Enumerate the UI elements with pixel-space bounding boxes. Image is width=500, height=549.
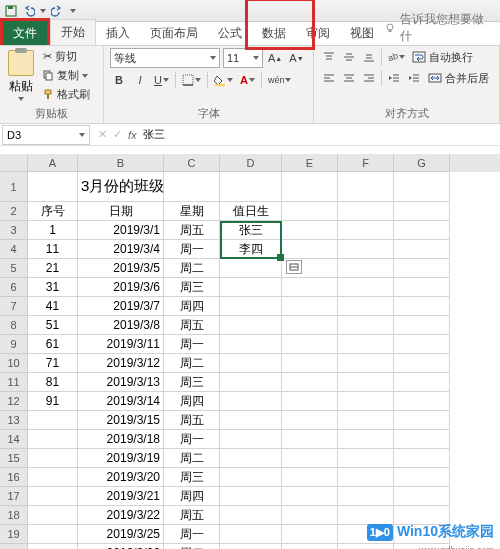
cell[interactable]: 周一 bbox=[164, 240, 220, 259]
wrap-text-button[interactable]: 自动换行 bbox=[409, 49, 476, 66]
cell[interactable]: 周二 bbox=[164, 449, 220, 468]
undo-icon[interactable] bbox=[22, 4, 36, 18]
merge-center-button[interactable]: 合并后居 bbox=[425, 70, 492, 87]
row-header[interactable]: 12 bbox=[0, 392, 28, 411]
cell[interactable] bbox=[282, 278, 338, 297]
cell[interactable] bbox=[220, 506, 282, 525]
cell[interactable]: 2019/3/11 bbox=[78, 335, 164, 354]
cell[interactable] bbox=[28, 544, 78, 549]
cell[interactable]: 周四 bbox=[164, 392, 220, 411]
cell[interactable] bbox=[338, 240, 394, 259]
cell[interactable]: 周三 bbox=[164, 278, 220, 297]
tab-insert[interactable]: 插入 bbox=[96, 21, 140, 45]
cell[interactable] bbox=[394, 221, 450, 240]
cell[interactable]: 31 bbox=[28, 278, 78, 297]
cell[interactable]: 2019/3/19 bbox=[78, 449, 164, 468]
row-header[interactable]: 7 bbox=[0, 297, 28, 316]
cut-button[interactable]: ✂剪切 bbox=[41, 48, 92, 65]
cell[interactable] bbox=[338, 449, 394, 468]
cell[interactable] bbox=[338, 487, 394, 506]
tell-me[interactable]: 告诉我您想要做什 bbox=[384, 11, 500, 45]
row-header[interactable]: 14 bbox=[0, 430, 28, 449]
cell[interactable] bbox=[282, 449, 338, 468]
cell[interactable]: 2019/3/21 bbox=[78, 487, 164, 506]
cell[interactable] bbox=[338, 354, 394, 373]
align-bottom-button[interactable] bbox=[360, 48, 378, 66]
cell[interactable]: 2019/3/14 bbox=[78, 392, 164, 411]
fill-color-button[interactable] bbox=[212, 71, 235, 89]
cell[interactable]: 2019/3/18 bbox=[78, 430, 164, 449]
tab-file[interactable]: 文件 bbox=[0, 18, 50, 45]
col-header[interactable]: B bbox=[78, 154, 164, 172]
cell[interactable] bbox=[282, 297, 338, 316]
undo-dropdown-icon[interactable] bbox=[40, 9, 46, 13]
row-header[interactable]: 20 bbox=[0, 544, 28, 549]
cell[interactable] bbox=[28, 468, 78, 487]
cell[interactable] bbox=[220, 449, 282, 468]
cell[interactable] bbox=[220, 525, 282, 544]
cell[interactable] bbox=[394, 373, 450, 392]
cell[interactable] bbox=[394, 468, 450, 487]
cell[interactable]: 91 bbox=[28, 392, 78, 411]
cell[interactable] bbox=[28, 487, 78, 506]
cell[interactable] bbox=[394, 354, 450, 373]
cell[interactable]: 2019/3/25 bbox=[78, 525, 164, 544]
bold-button[interactable]: B bbox=[110, 71, 128, 89]
cell[interactable] bbox=[394, 335, 450, 354]
cell[interactable]: 张三 bbox=[220, 221, 282, 240]
decrease-indent-button[interactable] bbox=[385, 69, 403, 87]
cell[interactable] bbox=[282, 335, 338, 354]
row-header[interactable]: 10 bbox=[0, 354, 28, 373]
phonetic-button[interactable]: wén bbox=[266, 71, 294, 89]
cell[interactable] bbox=[220, 430, 282, 449]
cell[interactable] bbox=[220, 411, 282, 430]
cell[interactable] bbox=[338, 468, 394, 487]
tab-formulas[interactable]: 公式 bbox=[208, 21, 252, 45]
cell[interactable]: 71 bbox=[28, 354, 78, 373]
cell[interactable]: 2019/3/12 bbox=[78, 354, 164, 373]
cell[interactable] bbox=[338, 259, 394, 278]
row-header[interactable]: 16 bbox=[0, 468, 28, 487]
cell[interactable]: 2019/3/15 bbox=[78, 411, 164, 430]
cell[interactable] bbox=[394, 411, 450, 430]
col-header[interactable]: G bbox=[394, 154, 450, 172]
cell[interactable] bbox=[282, 221, 338, 240]
cell[interactable] bbox=[394, 430, 450, 449]
cell[interactable]: 2019/3/13 bbox=[78, 373, 164, 392]
cell[interactable] bbox=[220, 468, 282, 487]
paste-dropdown-icon[interactable] bbox=[18, 97, 24, 101]
cell[interactable]: 2019/3/1 bbox=[78, 221, 164, 240]
cell[interactable]: 2019/3/7 bbox=[78, 297, 164, 316]
cell[interactable] bbox=[338, 316, 394, 335]
cell[interactable]: 2019/3/26 bbox=[78, 544, 164, 549]
cancel-icon[interactable]: ✕ bbox=[98, 128, 107, 141]
cell[interactable]: 周二 bbox=[164, 259, 220, 278]
cell[interactable]: 周二 bbox=[164, 354, 220, 373]
cell[interactable] bbox=[394, 240, 450, 259]
cell[interactable]: 41 bbox=[28, 297, 78, 316]
autofill-options-button[interactable] bbox=[286, 260, 302, 274]
cell[interactable]: 周一 bbox=[164, 525, 220, 544]
formula-input[interactable]: 张三 bbox=[143, 127, 165, 142]
align-left-button[interactable] bbox=[320, 69, 338, 87]
row-header[interactable]: 8 bbox=[0, 316, 28, 335]
cell[interactable]: 2019/3/22 bbox=[78, 506, 164, 525]
cell[interactable] bbox=[338, 221, 394, 240]
font-color-button[interactable]: A bbox=[238, 71, 257, 89]
col-header[interactable]: A bbox=[28, 154, 78, 172]
cell[interactable]: 周五 bbox=[164, 316, 220, 335]
col-header[interactable]: E bbox=[282, 154, 338, 172]
cell[interactable]: 1 bbox=[28, 221, 78, 240]
cell[interactable] bbox=[220, 487, 282, 506]
cell[interactable]: 周一 bbox=[164, 335, 220, 354]
cell[interactable] bbox=[394, 278, 450, 297]
row-header[interactable]: 15 bbox=[0, 449, 28, 468]
row-header[interactable]: 18 bbox=[0, 506, 28, 525]
row-header[interactable]: 11 bbox=[0, 373, 28, 392]
row-header[interactable]: 19 bbox=[0, 525, 28, 544]
qat-customize-icon[interactable] bbox=[70, 9, 76, 13]
cell[interactable] bbox=[338, 297, 394, 316]
increase-indent-button[interactable] bbox=[405, 69, 423, 87]
cell[interactable] bbox=[282, 411, 338, 430]
cell[interactable] bbox=[282, 316, 338, 335]
